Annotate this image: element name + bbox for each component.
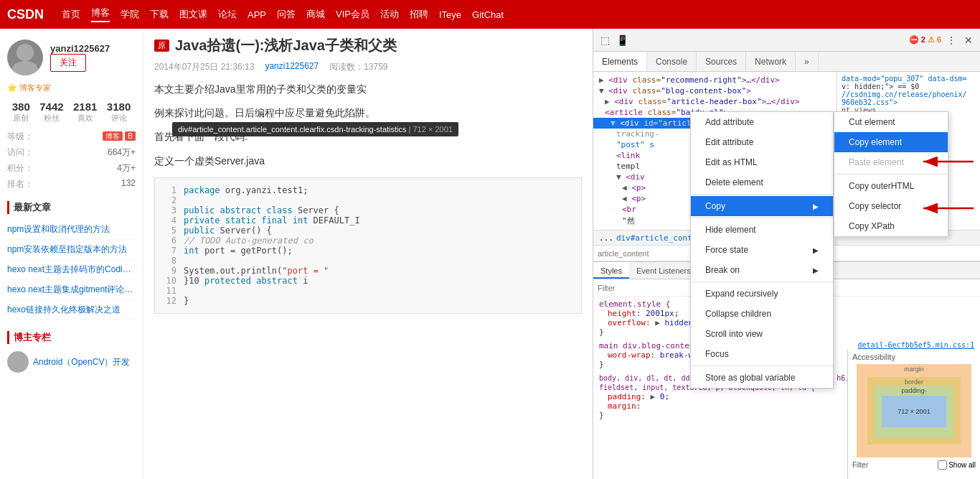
warning-count: ⚠ 6: [928, 35, 941, 45]
info-visits: 访问： 664万+: [7, 147, 136, 159]
article-item[interactable]: hexo next主题去掉码市的Coding Pages等待页: [7, 260, 136, 280]
nav-imgcourse[interactable]: 图文课: [179, 8, 207, 21]
code-line: 9 System.out.println("port = ": [162, 266, 574, 276]
code-line: 10 }10 protected abstract i: [162, 276, 574, 286]
tab-more[interactable]: »: [796, 52, 819, 71]
nav-qa[interactable]: 问答: [277, 8, 296, 21]
ctx-add-attribute[interactable]: Add attribute: [691, 112, 833, 132]
selector-dim: | 712 × 2001: [407, 125, 453, 134]
nav-forum[interactable]: 论坛: [218, 8, 237, 21]
latest-articles-title: 最新文章: [7, 201, 136, 214]
main-layout: yanzi1225627 关注 ⭐ 博客专家 380 原创 7442 粉丝 21…: [0, 29, 980, 479]
tab-styles[interactable]: Styles: [593, 262, 629, 279]
nav-gitchat[interactable]: GitChat: [472, 9, 504, 20]
show-all-checkbox-label: Show all: [938, 460, 976, 470]
nav-download[interactable]: 下载: [150, 8, 169, 21]
code-line: 1package org.yanzi.test1;: [162, 185, 574, 195]
tab-event-listeners[interactable]: Event Listeners: [629, 262, 698, 279]
error-badge: ⛔ 2 ⚠ 6: [909, 35, 941, 45]
ctx-copy[interactable]: Copy ▶: [691, 196, 833, 216]
close-icon[interactable]: ✕: [961, 33, 976, 47]
submenu-copy-element[interactable]: Copy element: [834, 132, 948, 152]
stat-comments: 3180 评论: [107, 101, 131, 124]
body-line: 例来探讨此问题。日后编程中应尽量避免此陷阱。: [154, 104, 582, 122]
post-meta: 2014年07月25日 21:36:13 yanzi1225627 阅读数：13…: [154, 61, 582, 73]
nav-shop[interactable]: 商城: [306, 8, 325, 21]
nav-activity[interactable]: 活动: [380, 8, 399, 21]
inspect-icon[interactable]: ⬚: [598, 33, 612, 47]
body-line: 本文主要介绍Java里常用的子类和父类的变量实: [154, 80, 582, 98]
ctx-break-on[interactable]: Break on ▶: [691, 260, 833, 280]
content-layer: 712 × 2001: [882, 396, 946, 427]
code-line: 11: [162, 286, 574, 296]
article-item[interactable]: npm安装依赖至指定版本的方法: [7, 240, 136, 260]
submenu-cut-element[interactable]: Cut element: [834, 112, 948, 132]
show-all-checkbox[interactable]: [938, 460, 947, 470]
devtools-panel: ⬚ 📱 ⛔ 2 ⚠ 6 ⋮ ✕ Elements Console Sources…: [593, 29, 980, 479]
devtools-header-icons: ⛔ 2 ⚠ 6 ⋮ ✕: [909, 33, 976, 47]
stat-fans: 7442 粉丝: [39, 101, 63, 124]
submenu-copy-xpath[interactable]: Copy XPath: [834, 216, 948, 236]
accessibility-title: Accessibility: [852, 353, 976, 361]
ctx-force-state[interactable]: Force state ▶: [691, 240, 833, 260]
ctx-collapse-children[interactable]: Collapse children: [691, 304, 833, 324]
box-model-panel: Accessibility margin border padding- 712…: [847, 350, 980, 479]
ctx-scroll-into-view[interactable]: Scroll into view: [691, 324, 833, 344]
nav-iteye[interactable]: ITeye: [439, 9, 461, 20]
code-line: 8: [162, 256, 574, 266]
nav-jobs[interactable]: 招聘: [410, 8, 428, 21]
body-line: 定义一个虚类Server.java: [154, 152, 582, 170]
device-icon[interactable]: 📱: [615, 33, 629, 47]
tab-sources[interactable]: Sources: [697, 52, 746, 71]
avatar: [7, 39, 43, 75]
submenu-paste-element[interactable]: Paste element: [834, 152, 948, 172]
original-badge: 原: [154, 39, 169, 52]
ctx-store-global[interactable]: Store as global variable: [691, 368, 833, 388]
code-line: 5 public Server() {: [162, 225, 574, 236]
nav-home[interactable]: 首页: [62, 8, 80, 21]
ctx-hide-element[interactable]: Hide element: [691, 220, 833, 240]
ctx-delete-element[interactable]: Delete element: [691, 172, 833, 192]
submenu-copy-outerhtml[interactable]: Copy outerHTML: [834, 176, 948, 196]
error-count: ⛔ 2: [909, 35, 925, 45]
submenu-copy-selector[interactable]: Copy selector: [834, 196, 948, 216]
ctx-edit-attribute[interactable]: Edit attribute: [691, 132, 833, 152]
dom-link[interactable]: 960eb32.css">: [842, 98, 976, 106]
nav-vip[interactable]: VIP会员: [336, 8, 369, 21]
avatar-section: yanzi1225627 关注: [7, 39, 136, 75]
column-item[interactable]: Android（OpenCV）开发: [7, 348, 136, 376]
post-author[interactable]: yanzi1225627: [265, 61, 319, 73]
nav-blog[interactable]: 博客: [91, 6, 110, 22]
article-list: npm设置和取消代理的方法 npm安装依赖至指定版本的方法 hexo next主…: [7, 220, 136, 320]
ctx-focus[interactable]: Focus: [691, 344, 833, 364]
tab-elements[interactable]: Elements: [593, 52, 647, 71]
tab-network[interactable]: Network: [746, 52, 796, 71]
article-item[interactable]: hexo next主题集成gitment评论系统: [7, 280, 136, 300]
dom-link[interactable]: //csdnimg.cn/release/phoenix/: [842, 90, 976, 98]
ctx-edit-html[interactable]: Edit as HTML: [691, 152, 833, 172]
ctx-expand-recursively[interactable]: Expand recursively: [691, 284, 833, 304]
article-item[interactable]: npm设置和取消代理的方法: [7, 220, 136, 240]
code-line: 3public abstract class Server {: [162, 205, 574, 215]
code-line: 12}: [162, 296, 574, 306]
article-item[interactable]: hexo链接持久化终极解决之道: [7, 300, 136, 320]
style-link[interactable]: detail-6ecfbb5ef5.min.css:1: [857, 341, 974, 349]
nav-app[interactable]: APP: [248, 9, 266, 20]
dom-attr-line: v: hidden;"> == $0: [842, 83, 976, 90]
stat-likes: 2181 喜欢: [73, 101, 97, 124]
follow-button[interactable]: 关注: [50, 54, 86, 72]
column-section: 博主专栏 Android（OpenCV）开发: [7, 331, 136, 376]
nav-academy[interactable]: 学院: [121, 8, 139, 21]
more-icon[interactable]: ⋮: [944, 33, 958, 47]
tab-console[interactable]: Console: [647, 52, 697, 71]
submenu: Cut element Copy element Paste element C…: [834, 111, 948, 237]
info-points: 积分： 4万+: [7, 162, 136, 175]
logo: CSDN: [7, 7, 44, 22]
username: yanzi1225627: [50, 43, 110, 54]
ctx-divider: [691, 218, 833, 218]
post-header: 原 Java拾遗(一):浅析Java子类和父类: [154, 36, 582, 55]
filter-row: Filter Show all: [852, 460, 976, 470]
post-date: 2014年07月25日 21:36:13: [154, 61, 254, 73]
ctx-divider: [691, 194, 833, 195]
selector-tooltip: div#article_content.article_content.clea…: [172, 122, 458, 136]
